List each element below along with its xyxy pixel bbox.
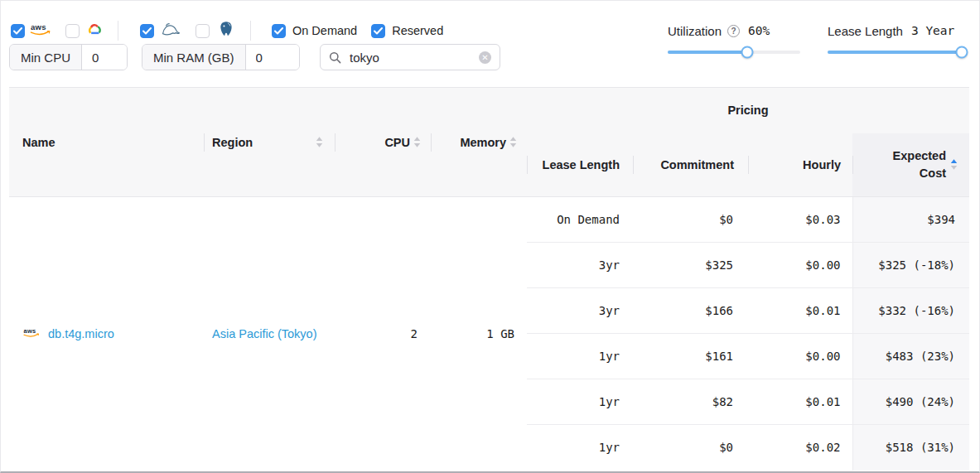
commitment-cell: $0 bbox=[633, 425, 748, 471]
column-header-lease-length: Lease Length bbox=[527, 133, 633, 197]
mysql-dolphin-icon bbox=[161, 22, 181, 40]
filter-divider bbox=[250, 21, 251, 41]
commitment-cell: $0 bbox=[633, 197, 748, 243]
aws-logo-icon: aws bbox=[22, 326, 41, 340]
expected-cost-cell: $483 (23%) bbox=[852, 334, 969, 379]
hourly-cell: $0.03 bbox=[748, 197, 852, 243]
column-header-memory[interactable]: Memory bbox=[431, 88, 527, 197]
lease-length-cell: 1yr bbox=[527, 334, 633, 379]
hourly-cell: $0.00 bbox=[748, 334, 852, 379]
mysql-engine-checkbox[interactable] bbox=[140, 24, 154, 38]
lease-length-cell: On Demand bbox=[527, 197, 633, 243]
column-header-cpu[interactable]: CPU bbox=[335, 88, 431, 197]
instance-name-link[interactable]: db.t4g.micro bbox=[48, 327, 114, 340]
utilization-slider-thumb[interactable] bbox=[741, 46, 754, 59]
column-header-hourly: Hourly bbox=[748, 133, 852, 197]
hourly-cell: $0.02 bbox=[748, 425, 852, 471]
expected-cost-cell: $490 (24%) bbox=[852, 379, 969, 425]
filter-toggles-row: aws bbox=[11, 21, 443, 41]
min-cpu-label: Min CPU bbox=[10, 45, 82, 70]
utilization-slider-fill bbox=[668, 51, 747, 54]
lease-length-slider[interactable] bbox=[828, 51, 968, 54]
commitment-cell: $82 bbox=[633, 379, 748, 425]
postgresql-elephant-icon bbox=[218, 21, 234, 41]
column-header-commitment: Commitment bbox=[633, 133, 748, 197]
region-link[interactable]: Asia Pacific (Tokyo) bbox=[212, 327, 317, 340]
aws-logo-icon: aws bbox=[29, 22, 52, 40]
commitment-cell: $161 bbox=[633, 334, 748, 379]
postgresql-engine-checkbox[interactable] bbox=[196, 24, 210, 38]
svg-text:aws: aws bbox=[24, 327, 36, 335]
table-header: Name Region CPU Memo bbox=[9, 88, 969, 197]
filter-divider bbox=[118, 21, 118, 41]
hourly-cell: $0.01 bbox=[748, 288, 852, 334]
on-demand-label: On Demand bbox=[292, 24, 357, 37]
commitment-cell: $166 bbox=[633, 288, 748, 334]
reserved-label: Reserved bbox=[392, 24, 443, 37]
reserved-checkbox[interactable] bbox=[371, 24, 385, 38]
min-cpu-filter: Min CPU bbox=[9, 44, 128, 70]
column-header-name: Name bbox=[9, 88, 204, 197]
on-demand-checkbox[interactable] bbox=[272, 24, 286, 38]
lease-length-cell: 3yr bbox=[527, 243, 633, 288]
utilization-value: 60% bbox=[748, 24, 770, 37]
pricing-group-header: Pricing bbox=[527, 88, 969, 133]
min-ram-input[interactable] bbox=[246, 45, 300, 70]
expected-cost-cell: $394 bbox=[852, 197, 969, 243]
filter-bar: aws bbox=[1, 1, 979, 87]
hourly-cell: $0.00 bbox=[748, 243, 852, 288]
help-icon[interactable]: ? bbox=[727, 25, 740, 37]
sort-icon bbox=[316, 136, 323, 148]
column-header-expected-cost[interactable]: Expected Cost bbox=[852, 133, 969, 197]
sort-icon bbox=[509, 136, 517, 148]
lease-length-slider-thumb[interactable] bbox=[956, 46, 968, 59]
lease-length-control: Lease Length 3 Year bbox=[828, 22, 968, 54]
filter-inputs-row: Min CPU Min RAM (GB) ✕ bbox=[9, 44, 500, 70]
utilization-slider[interactable] bbox=[668, 51, 800, 54]
lease-length-cell: 3yr bbox=[527, 288, 633, 334]
hourly-cell: $0.01 bbox=[748, 379, 852, 425]
aws-provider-checkbox[interactable] bbox=[11, 24, 25, 38]
memory-cell: 1 GB bbox=[431, 197, 527, 471]
min-cpu-input[interactable] bbox=[82, 45, 127, 70]
expected-cost-cell: $325 (-18%) bbox=[852, 243, 969, 288]
search-input[interactable] bbox=[348, 50, 479, 65]
cpu-cell: 2 bbox=[335, 197, 431, 471]
commitment-cell: $325 bbox=[633, 243, 748, 288]
instances-table: Name Region CPU Memo bbox=[9, 87, 969, 471]
sort-icon-active-asc bbox=[950, 158, 958, 171]
region-cell: Asia Pacific (Tokyo) bbox=[204, 197, 335, 471]
lease-length-cell: 1yr bbox=[527, 379, 633, 425]
expected-cost-cell: $332 (-16%) bbox=[852, 288, 969, 334]
utilization-control: Utilization ? 60% bbox=[668, 22, 800, 54]
expected-cost-cell: $518 (31%) bbox=[852, 425, 969, 471]
column-header-region[interactable]: Region bbox=[204, 88, 335, 197]
lease-length-label: Lease Length bbox=[828, 24, 903, 38]
svg-text:aws: aws bbox=[31, 22, 46, 31]
min-ram-label: Min RAM (GB) bbox=[142, 45, 246, 70]
instance-pricing-page: { "colors": { "checkbox_blue": "#2e86eb"… bbox=[0, 0, 980, 473]
gcp-provider-checkbox[interactable] bbox=[65, 24, 80, 38]
min-ram-filter: Min RAM (GB) bbox=[142, 44, 300, 70]
lease-length-value: 3 Year bbox=[911, 24, 954, 37]
utilization-label: Utilization bbox=[668, 24, 722, 38]
gcp-logo-icon bbox=[86, 22, 104, 39]
instance-name-cell: aws db.t4g.micro bbox=[9, 197, 204, 471]
lease-length-slider-fill bbox=[828, 51, 968, 54]
search-icon bbox=[329, 51, 341, 64]
clear-search-icon[interactable]: ✕ bbox=[479, 51, 491, 64]
search-box: ✕ bbox=[320, 44, 500, 70]
pricing-row: aws db.t4g.micro Asia Pacific (Tokyo) 2 … bbox=[9, 197, 969, 243]
lease-length-cell: 1yr bbox=[527, 425, 633, 471]
table-body: aws db.t4g.micro Asia Pacific (Tokyo) 2 … bbox=[9, 197, 969, 471]
sort-icon bbox=[413, 136, 421, 148]
